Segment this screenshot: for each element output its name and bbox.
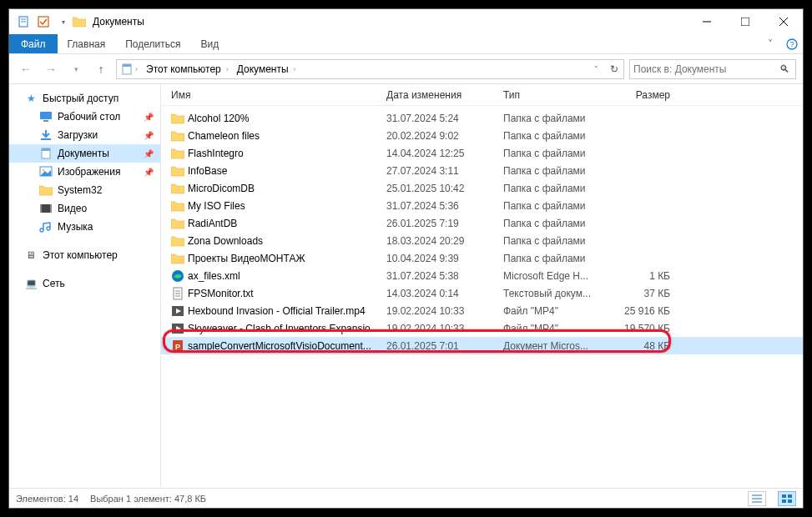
file-row[interactable]: ax_files.xml31.07.2024 5:38Microsoft Edg… <box>161 267 803 284</box>
search-icon[interactable]: 🔍︎ <box>777 63 792 75</box>
large-icons-view-button[interactable] <box>778 491 796 506</box>
breadcrumb-label: Этот компьютер <box>146 63 221 75</box>
column-size[interactable]: Размер <box>612 89 670 101</box>
file-name: FlashIntegro <box>188 148 386 159</box>
chevron-right-icon[interactable]: › <box>292 65 298 73</box>
file-type: Папка с файлами <box>503 235 612 247</box>
file-type: Папка с файлами <box>503 218 612 229</box>
up-button[interactable]: ↑ <box>91 59 111 79</box>
file-row[interactable]: InfoBase27.07.2024 3:11Папка с файлами <box>161 162 803 179</box>
file-name: Chameleon files <box>188 130 386 142</box>
music-icon <box>39 220 53 233</box>
nav-bar: ← → ▾ ↑ › Этот компьютер › Документы › ˅… <box>9 54 803 84</box>
folder-icon <box>171 113 188 124</box>
file-type: Файл "MP4" <box>503 323 612 334</box>
file-type: Папка с файлами <box>503 165 612 177</box>
svg-rect-20 <box>40 204 42 213</box>
column-date[interactable]: Дата изменения <box>386 89 503 101</box>
sidebar-label: Этот компьютер <box>43 249 118 261</box>
file-date: 19.02.2024 10:33 <box>386 323 503 334</box>
file-row[interactable]: RadiAntDB26.01.2025 7:19Папка с файлами <box>161 214 803 232</box>
qat-dropdown-icon[interactable]: ▾ <box>54 13 73 31</box>
file-date: 26.01.2025 7:19 <box>386 218 503 229</box>
sidebar-item[interactable]: Рабочий стол📌 <box>9 108 160 126</box>
file-type: Папка с файлами <box>503 253 612 264</box>
sidebar-item[interactable]: System32 <box>9 181 160 199</box>
search-box[interactable]: 🔍︎ <box>629 59 796 79</box>
details-view-button[interactable] <box>748 491 766 506</box>
chevron-right-icon[interactable]: › <box>134 65 139 73</box>
column-name[interactable]: Имя <box>171 89 386 101</box>
address-bar[interactable]: › Этот компьютер › Документы › ˅ ↻ <box>116 59 624 79</box>
file-row[interactable]: MicroDicomDB25.01.2025 10:42Папка с файл… <box>161 179 803 197</box>
file-row[interactable]: Alcohol 120%31.07.2024 5:24Папка с файла… <box>161 109 803 127</box>
file-type: Папка с файлами <box>503 183 612 194</box>
ribbon-expand-icon[interactable]: ˅ <box>759 34 781 53</box>
properties-icon[interactable] <box>14 13 33 31</box>
checkbox-icon[interactable] <box>34 13 53 31</box>
file-row[interactable]: Zona Downloads18.03.2024 20:29Папка с фа… <box>161 232 803 249</box>
minimize-button[interactable] <box>688 9 726 34</box>
column-type[interactable]: Тип <box>503 89 612 101</box>
file-date: 27.07.2024 3:11 <box>386 165 503 177</box>
quick-access-header[interactable]: ★ Быстрый доступ <box>9 89 160 108</box>
file-row[interactable]: My ISO Files31.07.2024 5:36Папка с файла… <box>161 197 803 214</box>
file-tab[interactable]: Файл <box>9 34 58 53</box>
breadcrumb-segment[interactable]: Документы <box>230 60 292 78</box>
file-name: Alcohol 120% <box>188 113 386 124</box>
sidebar-item-label: Изображения <box>58 166 120 178</box>
file-row[interactable]: Проекты ВидеоМОНТАЖ10.04.2024 9:39Папка … <box>161 249 803 267</box>
file-name: Hexbound Invasion - Official Trailer.mp4 <box>188 305 386 317</box>
chevron-right-icon[interactable]: › <box>224 65 230 73</box>
navigation-pane[interactable]: ★ Быстрый доступ Рабочий стол📌Загрузки📌Д… <box>9 84 161 488</box>
file-row[interactable]: Skyweaver - Clash of Inventors Expansio1… <box>161 319 803 337</box>
maximize-button[interactable] <box>726 9 764 34</box>
tab-share[interactable]: Поделиться <box>115 34 190 53</box>
sidebar-item[interactable]: Видео <box>9 199 160 218</box>
recent-dropdown-icon[interactable]: ▾ <box>66 59 86 79</box>
file-row[interactable]: Hexbound Invasion - Official Trailer.mp4… <box>161 302 803 319</box>
sidebar-item[interactable]: Загрузки📌 <box>9 126 160 144</box>
svg-point-18 <box>43 169 45 172</box>
title-bar[interactable]: ▾ Документы <box>9 9 803 34</box>
desktop-icon <box>39 110 53 123</box>
file-size: 19 570 КБ <box>612 323 670 334</box>
search-input[interactable] <box>633 63 777 75</box>
sidebar-item[interactable]: Музыка <box>9 218 160 236</box>
file-type: Документ Micros... <box>503 340 612 352</box>
address-dropdown-icon[interactable]: ˅ <box>587 60 605 78</box>
file-name: My ISO Files <box>188 200 386 212</box>
breadcrumb-label: Документы <box>237 63 289 75</box>
file-list[interactable]: Alcohol 120%31.07.2024 5:24Папка с файла… <box>161 106 803 488</box>
file-row[interactable]: FlashIntegro14.04.2024 12:25Папка с файл… <box>161 144 803 162</box>
tab-home[interactable]: Главная <box>58 34 116 53</box>
forward-button[interactable]: → <box>41 59 61 79</box>
sidebar-item[interactable]: Изображения📌 <box>9 163 160 181</box>
help-icon[interactable]: ? <box>781 34 803 53</box>
back-button[interactable]: ← <box>16 59 36 79</box>
network-item[interactable]: 💻 Сеть <box>9 274 160 293</box>
file-date: 26.01.2025 7:01 <box>386 340 503 352</box>
sidebar-item-label: Загрузки <box>58 129 98 141</box>
documents-icon <box>39 147 53 160</box>
item-count: Элементов: 14 <box>16 494 78 504</box>
svg-rect-5 <box>741 18 749 26</box>
sidebar-item[interactable]: Документы📌 <box>9 144 160 163</box>
file-name: sampleConvertMicrosoftVisioDocument... <box>188 340 386 352</box>
file-row[interactable]: Chameleon files20.02.2024 9:02Папка с фа… <box>161 127 803 144</box>
folder-icon <box>171 218 188 229</box>
breadcrumb-segment[interactable]: Этот компьютер <box>139 60 224 78</box>
ppt-icon: P <box>171 339 188 353</box>
file-row[interactable]: PsampleConvertMicrosoftVisioDocument...2… <box>161 337 803 354</box>
svg-rect-35 <box>788 494 792 498</box>
file-size: 48 КБ <box>612 340 670 352</box>
this-pc-item[interactable]: 🖥︎ Этот компьютер <box>9 246 160 264</box>
refresh-icon[interactable]: ↻ <box>605 60 623 78</box>
file-row[interactable]: FPSMonitor.txt14.03.2024 0:14Текстовый д… <box>161 284 803 302</box>
pin-icon: 📌 <box>144 168 154 177</box>
selection-info: Выбран 1 элемент: 47,8 КБ <box>90 494 206 504</box>
tab-view[interactable]: Вид <box>190 34 229 53</box>
svg-rect-3 <box>38 17 48 27</box>
close-button[interactable] <box>764 9 803 34</box>
folder-icon <box>39 183 53 197</box>
